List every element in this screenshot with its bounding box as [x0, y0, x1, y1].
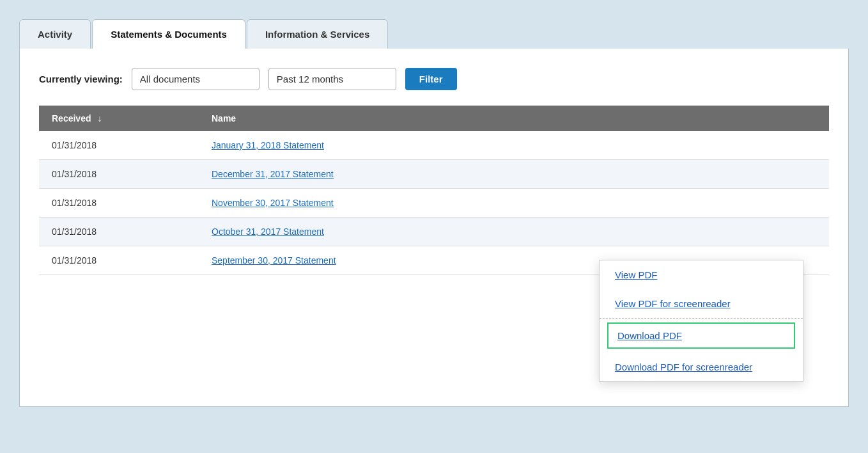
filter-label: Currently viewing: — [39, 74, 123, 84]
view-pdf-link[interactable]: View PDF — [600, 260, 803, 289]
tab-info[interactable]: Information & Services — [247, 19, 388, 49]
popup-divider — [600, 318, 803, 319]
period-select[interactable]: Past 12 months Past 24 months Past 36 mo… — [268, 68, 396, 90]
page-wrapper: Activity Statements & Documents Informat… — [0, 0, 868, 453]
document-name[interactable]: January 31, 2018 Statement — [199, 131, 829, 160]
column-received[interactable]: Received ↓ — [39, 106, 199, 131]
document-actions-popup: View PDF View PDF for screenreader Downl… — [599, 260, 803, 382]
received-date: 01/31/2018 — [39, 218, 199, 246]
document-name[interactable]: October 31, 2017 Statement — [199, 218, 829, 246]
column-name: Name — [199, 106, 829, 131]
filter-bar: Currently viewing: All documents Stateme… — [39, 68, 829, 90]
document-name[interactable]: December 31, 2017 Statement — [199, 160, 829, 189]
document-select-wrapper: All documents Statements Tax Documents T… — [132, 68, 260, 90]
documents-table: Received ↓ Name 01/31/2018 January 31, 2… — [39, 106, 829, 275]
view-pdf-screenreader-link[interactable]: View PDF for screenreader — [600, 289, 803, 318]
tab-activity[interactable]: Activity — [19, 19, 91, 49]
document-type-select[interactable]: All documents Statements Tax Documents T… — [132, 68, 260, 90]
download-pdf-screenreader-link[interactable]: Download PDF for screenreader — [600, 353, 803, 381]
document-name[interactable]: November 30, 2017 Statement — [199, 189, 829, 218]
download-pdf-link[interactable]: Download PDF — [607, 322, 795, 349]
received-date: 01/31/2018 — [39, 160, 199, 189]
table-header-row: Received ↓ Name — [39, 106, 829, 131]
received-date: 01/31/2018 — [39, 189, 199, 218]
table-row: 01/31/2018 December 31, 2017 Statement — [39, 160, 829, 189]
period-select-wrapper: Past 12 months Past 24 months Past 36 mo… — [268, 68, 396, 90]
tab-bar: Activity Statements & Documents Informat… — [0, 0, 868, 49]
filter-button[interactable]: Filter — [405, 68, 457, 90]
tab-statements[interactable]: Statements & Documents — [92, 19, 245, 49]
table-row: 01/31/2018 January 31, 2018 Statement — [39, 131, 829, 160]
received-date: 01/31/2018 — [39, 131, 199, 160]
table-row: 01/31/2018 November 30, 2017 Statement — [39, 189, 829, 218]
table-row: 01/31/2018 October 31, 2017 Statement — [39, 218, 829, 246]
sort-arrow-icon: ↓ — [97, 113, 102, 123]
received-date: 01/31/2018 — [39, 246, 199, 275]
content-area: Currently viewing: All documents Stateme… — [19, 49, 849, 407]
